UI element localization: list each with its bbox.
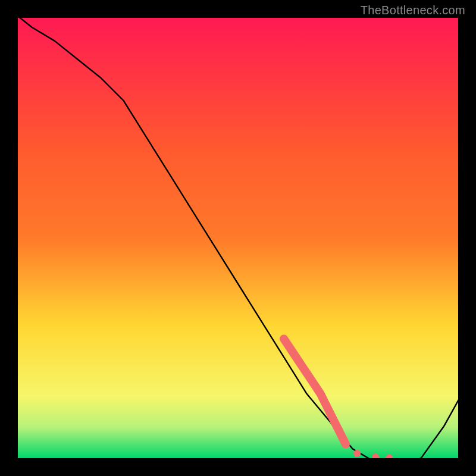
plot-background xyxy=(18,18,458,458)
watermark-text: TheBottleneck.com xyxy=(361,4,465,17)
chart-svg xyxy=(0,0,476,476)
marker-dot-0 xyxy=(353,450,361,457)
bottleneck-chart: TheBottleneck.com xyxy=(0,0,476,476)
